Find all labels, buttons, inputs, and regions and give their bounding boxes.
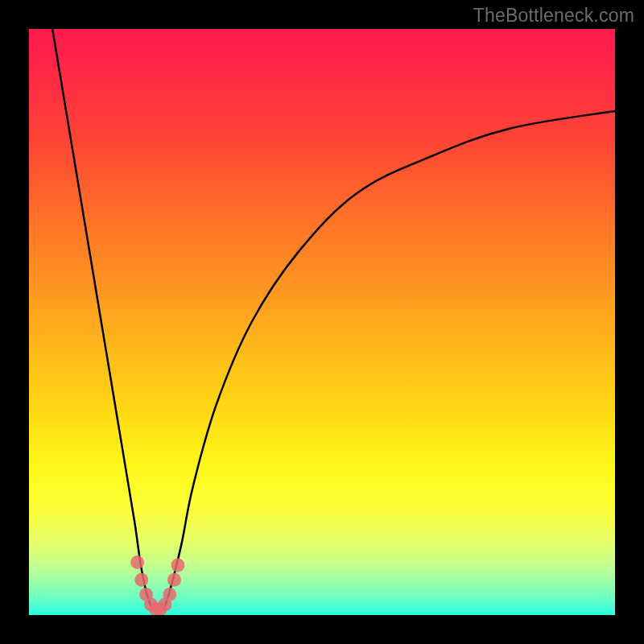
curve-right-branch (163, 111, 615, 609)
watermark-text: TheBottleneck.com (473, 5, 634, 27)
marker-dot (167, 573, 181, 587)
curve-left-branch (52, 29, 152, 609)
marker-dot (130, 555, 144, 569)
minimum-markers (130, 555, 184, 615)
marker-dot (171, 559, 184, 572)
curve-layer (29, 29, 615, 615)
chart-frame: TheBottleneck.com (0, 0, 644, 644)
marker-dot (163, 588, 176, 601)
bottleneck-curve (52, 29, 615, 609)
marker-dot (134, 573, 148, 587)
plot-area (29, 29, 615, 615)
